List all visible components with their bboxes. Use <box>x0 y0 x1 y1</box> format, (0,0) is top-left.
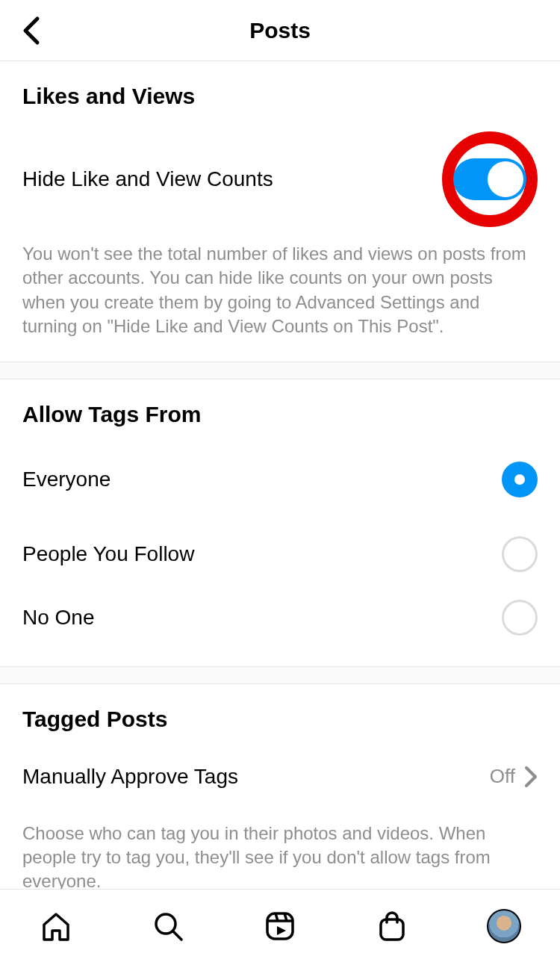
page-title: Posts <box>249 18 311 43</box>
allow-tags-option-label: No One <box>22 606 95 630</box>
allow-tags-option-label: Everyone <box>22 468 111 491</box>
shop-icon <box>376 910 408 943</box>
home-icon <box>40 910 72 943</box>
tab-profile[interactable] <box>486 908 522 944</box>
svg-marker-6 <box>277 926 286 935</box>
chevron-right-icon <box>524 766 538 788</box>
tab-home[interactable] <box>38 908 74 944</box>
section-divider <box>0 666 560 684</box>
allow-tags-option-label: People You Follow <box>22 542 194 566</box>
row-hide-like-view-counts: Hide Like and View Counts <box>0 109 560 235</box>
profile-avatar-icon <box>487 909 521 943</box>
section-divider <box>0 361 560 379</box>
radio-row-people-you-follow[interactable]: People You Follow <box>0 517 560 592</box>
tab-shop[interactable] <box>374 908 410 944</box>
radio-button[interactable] <box>502 536 538 572</box>
radio-row-everyone[interactable]: Everyone <box>0 442 560 517</box>
tab-search[interactable] <box>150 908 186 944</box>
svg-rect-7 <box>381 919 403 940</box>
radio-row-no-one[interactable]: No One <box>0 592 560 666</box>
header: Posts <box>0 0 560 61</box>
tab-reels[interactable] <box>262 908 298 944</box>
svg-rect-2 <box>267 913 293 939</box>
search-icon <box>152 910 184 943</box>
section-heading-allow-tags: Allow Tags From <box>0 379 560 427</box>
back-button[interactable] <box>15 14 48 47</box>
row-right-value: Off <box>490 765 538 788</box>
manually-approve-value: Off <box>490 765 515 788</box>
reels-icon <box>264 910 296 943</box>
radio-button-selected[interactable] <box>502 462 538 497</box>
hide-counts-toggle[interactable] <box>453 158 526 200</box>
svg-line-1 <box>173 931 181 940</box>
tagged-posts-description: Choose who can tag you in their photos a… <box>0 814 560 889</box>
section-heading-tagged-posts: Tagged Posts <box>0 684 560 732</box>
hide-counts-toggle-highlight <box>442 131 538 227</box>
bottom-tab-bar <box>0 889 560 962</box>
hide-counts-description: You won't see the total number of likes … <box>0 235 560 361</box>
back-chevron-icon <box>21 16 42 46</box>
toggle-knob-icon <box>488 161 523 197</box>
row-manually-approve-tags[interactable]: Manually Approve Tags Off <box>0 739 560 814</box>
hide-counts-label: Hide Like and View Counts <box>22 167 273 191</box>
radio-button[interactable] <box>502 600 538 636</box>
section-heading-likes-views: Likes and Views <box>0 61 560 109</box>
manually-approve-label: Manually Approve Tags <box>22 765 238 789</box>
